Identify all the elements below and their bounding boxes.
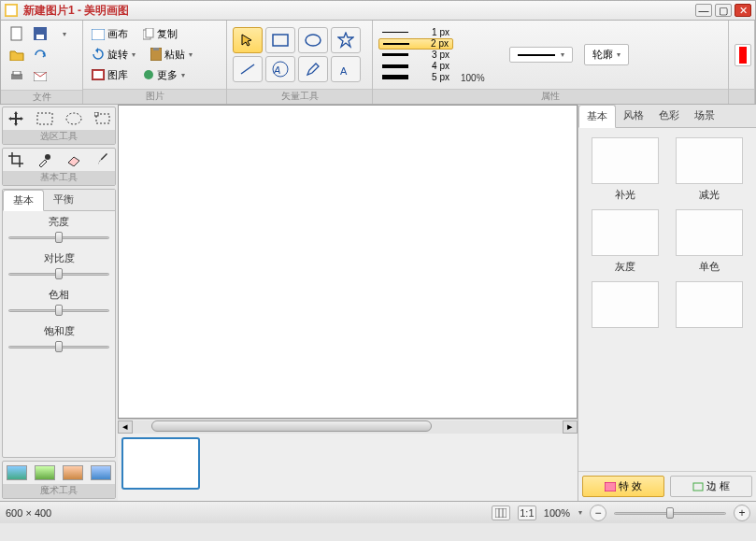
color-swatch[interactable] [735,44,751,66]
more-button[interactable]: 更多▾ [140,67,188,83]
grid-toggle[interactable] [492,505,510,520]
effects-panel: 基本 风格 色彩 场景 补光 减光 灰度 单色 特 效 边 框 [578,105,756,501]
svg-rect-8 [92,29,105,40]
fx-grayscale[interactable]: 灰度 [588,209,663,274]
scroll-thumb[interactable] [151,420,432,432]
vector-line[interactable] [233,56,263,82]
line-width-list[interactable]: 1 px 2 px 3 px 4 px 5 px [378,27,453,83]
ellipse-select-tool[interactable] [63,109,85,128]
canvas-button[interactable]: 画布 [89,26,131,42]
move-selection-tool[interactable] [5,109,27,128]
vector-arttext[interactable]: A [265,56,295,82]
more-icon [143,69,154,80]
adjust-panel: 基本 平衡 亮度 对比度 色相 饱和度 [2,189,116,458]
svg-text:A: A [340,65,348,77]
scroll-left-arrow[interactable]: ◂ [118,420,133,434]
effects-button[interactable]: 特 效 [582,476,664,497]
right-tab-style[interactable]: 风格 [616,105,651,127]
paste-icon [150,48,162,61]
ratio-button[interactable]: 1:1 [518,505,536,520]
svg-point-17 [306,35,321,46]
rotate-button[interactable]: 旋转▾ [89,47,138,63]
vector-pen[interactable] [298,56,328,82]
tab-basic[interactable]: 基本 [3,190,44,211]
crop-tool[interactable] [5,150,27,169]
outline-button[interactable]: 轮廓▾ [584,44,629,65]
fx-dim-light[interactable]: 减光 [672,137,747,202]
rect-select-tool[interactable] [34,109,56,128]
save-dropdown-icon[interactable]: ▾ [53,24,74,43]
gallery-button[interactable]: 图库 [89,67,131,83]
open-icon[interactable] [7,46,27,64]
svg-line-18 [241,64,254,74]
vector-rect[interactable] [265,27,295,53]
brush-tool[interactable] [92,150,114,169]
magic-2[interactable] [35,465,55,480]
props-group-label: 属性 [373,89,728,104]
magic-4[interactable] [91,465,111,480]
zoom-percent: 100% [544,507,570,519]
vector-pointer[interactable] [233,27,263,53]
svg-rect-28 [693,483,703,491]
zoom-out-button[interactable]: − [590,505,606,521]
magic-tools-panel: 魔术工具 [2,461,116,499]
maximize-button[interactable]: ▢ [715,4,732,17]
right-tab-scene[interactable]: 场景 [687,105,722,127]
svg-text:A: A [273,64,280,76]
svg-rect-29 [495,508,506,518]
redo-icon[interactable] [30,46,50,64]
eraser-tool[interactable] [63,150,85,169]
canvas[interactable] [118,105,578,419]
ribbon: ▾ 文件 画布 复制 旋转▾ 粘贴▾ 图库 更多▾ [0,21,756,105]
fx-fill-light[interactable]: 补光 [588,137,663,202]
email-icon[interactable] [30,67,50,86]
zoom-slider[interactable] [614,506,726,520]
svg-rect-16 [273,35,288,46]
new-file-icon[interactable] [7,24,27,43]
tab-balance[interactable]: 平衡 [44,190,83,210]
vector-text[interactable]: A [331,56,361,82]
minimize-button[interactable]: — [695,4,712,17]
line-style-picker[interactable]: ▾ [509,47,573,63]
page-thumbnail[interactable] [121,437,200,490]
ribbon-zoom-percent: 100% [461,73,485,85]
magic-3[interactable] [63,465,83,480]
magic-1[interactable] [7,465,27,480]
svg-rect-14 [93,71,103,78]
scroll-right-arrow[interactable]: ▸ [563,420,578,434]
vector-ellipse[interactable] [298,27,328,53]
save-icon[interactable] [30,24,50,43]
fx-monochrome[interactable]: 单色 [672,209,747,274]
fx-extra-1[interactable] [588,281,663,332]
basic-tools-panel: 基本工具 [2,148,116,186]
paste-button[interactable]: 粘贴▾ [148,47,195,63]
svg-rect-4 [36,35,44,39]
print-icon[interactable] [7,67,27,86]
fx-extra-2[interactable] [672,281,747,332]
right-tab-basic[interactable]: 基本 [578,105,616,128]
close-button[interactable]: ✕ [735,4,751,17]
svg-rect-12 [153,48,159,50]
eyedropper-tool[interactable] [34,150,56,169]
image-group-label: 图片 [83,89,226,104]
svg-rect-2 [11,27,21,40]
copy-icon [143,28,154,41]
right-tab-color[interactable]: 色彩 [651,105,687,127]
border-button[interactable]: 边 框 [670,476,752,497]
effects-icon [605,482,616,491]
contrast-slider[interactable] [8,267,109,280]
brightness-slider[interactable] [8,231,109,244]
svg-point-26 [45,154,50,160]
saturation-slider[interactable] [8,340,109,353]
vector-star[interactable] [331,27,361,53]
selection-tools-panel: 选区工具 [2,107,116,145]
canvas-area: ◂ ▸ [118,105,578,501]
copy-button[interactable]: 复制 [140,26,180,42]
zoom-in-button[interactable]: + [734,505,750,521]
svg-rect-22 [37,113,52,124]
rotate-icon [92,48,105,61]
horizontal-scrollbar[interactable]: ◂ ▸ [118,419,578,434]
page-thumb-strip [118,434,578,501]
freeform-select-tool[interactable] [92,109,114,128]
hue-slider[interactable] [8,304,109,317]
